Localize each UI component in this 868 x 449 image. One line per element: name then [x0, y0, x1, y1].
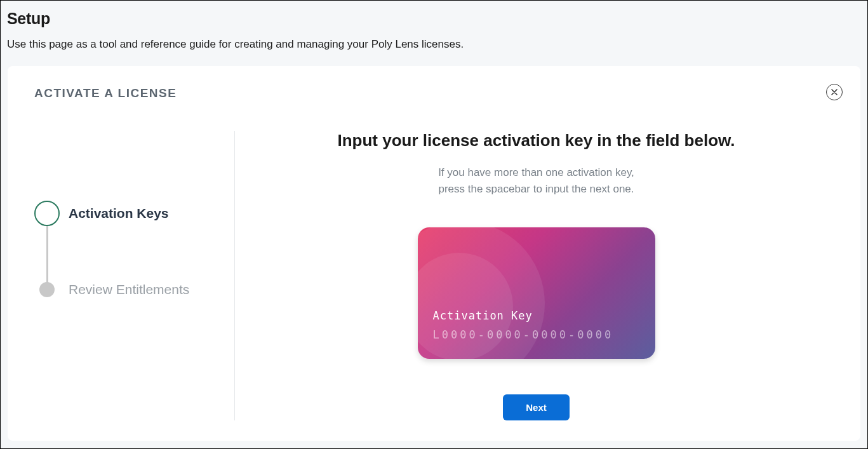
step-bullet-inactive-icon [39, 282, 55, 297]
page-title: Setup [7, 10, 861, 28]
main-subtext: If you have more than one activation key… [438, 164, 634, 198]
sub-line-1: If you have more than one activation key… [438, 166, 634, 178]
wizard-stepper: Activation Keys Review Entitlements [34, 131, 234, 420]
card-title: ACTIVATE A LICENSE [34, 86, 838, 100]
step-label: Activation Keys [69, 206, 169, 221]
step-connector [46, 225, 48, 288]
step-activation-keys[interactable]: Activation Keys [34, 201, 234, 226]
activation-key-input[interactable] [433, 328, 640, 341]
main-heading: Input your license activation key in the… [337, 131, 735, 151]
close-icon [831, 89, 838, 95]
sub-line-2: press the spacebar to input the next one… [438, 183, 634, 195]
step-review-entitlements[interactable]: Review Entitlements [34, 282, 234, 297]
close-button[interactable] [826, 84, 843, 100]
next-button[interactable]: Next [503, 394, 570, 420]
activate-license-card: ACTIVATE A LICENSE Activation Keys Revie… [8, 66, 860, 441]
main-pane: Input your license activation key in the… [235, 131, 838, 420]
activation-key-label: Activation Key [433, 309, 640, 322]
step-label: Review Entitlements [69, 282, 189, 297]
page-description: Use this page as a tool and reference gu… [1, 32, 867, 61]
step-bullet-active-icon [34, 201, 60, 226]
activation-key-card: Activation Key [418, 227, 655, 359]
